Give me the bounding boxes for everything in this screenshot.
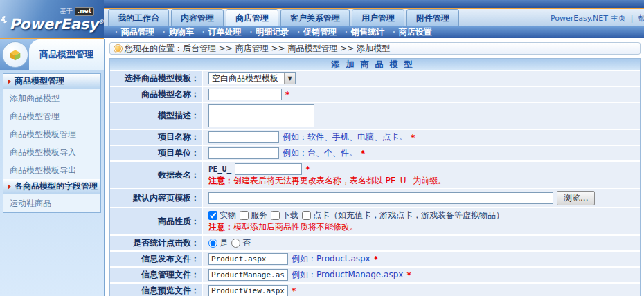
checkbox-service[interactable]: 服务 — [240, 210, 267, 221]
download-checkbox[interactable] — [271, 211, 280, 220]
add-product-model-form: 添加商品模型 选择商品模型模板： 空白商品模型模板 ▼ 商品模型名称： * — [109, 58, 641, 296]
physical-checkbox[interactable] — [208, 211, 217, 220]
table-prefix-label: PE_U_ — [208, 165, 231, 174]
content-template-input[interactable] — [208, 192, 553, 204]
required-asterisk: * — [374, 255, 378, 264]
shop-subnav: ·商品管理 ·购物车 ·订单处理 ·明细记录 ·促销管理 ·销售统计 ·商店设置 — [104, 26, 644, 38]
required-asterisk: * — [305, 165, 310, 174]
row-item-unit: 项目单位： 例如：台、个、件。 * — [110, 146, 640, 162]
sidebar-section-field-management: 各商品模型的字段管理 — [3, 179, 100, 194]
red-arrow-icon — [8, 79, 11, 84]
hint-text: 例如：ProductManage.aspx — [292, 269, 403, 281]
row-model-name: 商品模型名称： * — [110, 87, 640, 103]
field-label: 项目名称： — [110, 130, 203, 145]
row-item-name: 项目名称： 例如：软件、手机、电脑、点卡。 * — [110, 130, 640, 146]
row-count-clicks: 是否统计点击数： 是 否 — [110, 236, 640, 252]
tab-my-workbench[interactable]: 我的工作台 — [108, 9, 169, 26]
location-dot-icon — [115, 46, 121, 52]
hint-text: 例如：Product.aspx — [292, 253, 370, 265]
red-arrow-icon — [8, 184, 11, 189]
sidebar-item-model-template-management[interactable]: 商品模型模板管理 — [3, 125, 100, 143]
checkbox-download[interactable]: 下载 — [271, 210, 298, 221]
sidebar-item-model-template-import[interactable]: 商品模型模板导入 — [3, 143, 100, 161]
publish-file-input[interactable] — [208, 253, 288, 265]
model-name-input[interactable] — [208, 89, 282, 100]
field-label: 是否统计点击数： — [110, 236, 203, 250]
row-publish-file: 信息发布文件： 例如：Product.aspx * — [110, 252, 640, 268]
field-label: 信息预览文件： — [110, 284, 203, 296]
checkbox-point-card[interactable]: 点卡（如充值卡，游戏点卡，游戏装备等虚拟物品） — [302, 210, 504, 221]
home-help-links[interactable]: PowerEasy.NET 主页 ｜ 帮助 — [551, 13, 644, 24]
form-title: 添加商品模型 — [110, 59, 640, 71]
item-name-input[interactable] — [208, 131, 279, 143]
no-radio[interactable] — [231, 239, 240, 248]
dotnet-badge: .net — [75, 7, 94, 16]
subnav-product-management[interactable]: ·商品管理 — [111, 26, 159, 38]
field-label: 信息发布文件： — [110, 252, 203, 266]
manage-file-input[interactable] — [208, 269, 288, 281]
sidebar-item-sports-shoes-product[interactable]: 运动鞋商品 — [3, 194, 100, 212]
product-model-box-icon — [8, 47, 23, 62]
bullet-icon: · — [393, 28, 395, 36]
field-label: 模型描述： — [110, 103, 203, 129]
product-nature-note: 注意：模型添加后商品性质将不能修改。 — [208, 221, 637, 233]
subnav-shop-settings[interactable]: ·商店设置 — [388, 26, 436, 38]
sidebar-item-add-product-model[interactable]: 添加商品模型 — [3, 89, 100, 107]
table-name-input[interactable] — [235, 163, 302, 175]
sidebar-item-model-template-export[interactable]: 商品模型模板导出 — [3, 161, 100, 179]
sidebar: 商品模型管理 商品模型管理 添加商品模型 商品模型管理 商品模型模板管理 商品模… — [0, 39, 105, 296]
tab-attachment-management[interactable]: 附件管理 — [406, 9, 459, 26]
based-on-label: 基于 — [60, 8, 73, 15]
hint-text: 例如：软件、手机、电脑、点卡。 — [283, 131, 407, 143]
required-asterisk: * — [361, 149, 365, 158]
table-name-note: 注意：创建表后将无法再更改表名称，表名都以 PE_U_ 为前缀。 — [208, 175, 637, 187]
main-content: 您现在的位置：后台管理 >> 商店管理 >> 商品模型管理 >> 添加模型 添加… — [105, 39, 644, 296]
subnav-sales-statistics[interactable]: ·销售统计 — [341, 26, 388, 38]
model-description-textarea[interactable] — [208, 104, 314, 127]
poweréasy-flower-icon — [1, 2, 8, 37]
top-strip — [104, 0, 644, 9]
row-model-description: 模型描述： — [110, 103, 640, 130]
sidebar-menu: 商品模型管理 添加商品模型 商品模型管理 商品模型模板管理 商品模型模板导入 商… — [3, 73, 101, 213]
header: 基于 .net PowerEasy® 我的工作台 内容管理 商店管理 客户关系管… — [0, 0, 644, 39]
yes-radio[interactable] — [208, 239, 217, 248]
preview-file-input[interactable] — [208, 285, 288, 296]
checkbox-physical[interactable]: 实物 — [208, 210, 236, 221]
subnav-detail-records[interactable]: ·明细记录 — [245, 26, 293, 38]
subnav-order-processing[interactable]: ·订单处理 — [198, 26, 246, 38]
bullet-icon: · — [163, 28, 166, 36]
model-template-select[interactable]: 空白商品模型模板 ▼ — [208, 72, 296, 84]
subnav-shopping-cart[interactable]: ·购物车 — [159, 26, 198, 38]
radio-no[interactable]: 否 — [231, 237, 251, 249]
row-model-template: 选择商品模型模板： 空白商品模型模板 ▼ — [110, 71, 640, 87]
service-checkbox[interactable] — [240, 211, 249, 220]
sidebar-badge — [2, 41, 28, 68]
sidebar-section-model-management: 商品模型管理 — [3, 74, 100, 89]
breadcrumb: 您现在的位置：后台管理 >> 商店管理 >> 商品模型管理 >> 添加模型 — [109, 42, 641, 55]
breadcrumb-text: 您现在的位置：后台管理 >> 商店管理 >> 商品模型管理 >> 添加模型 — [125, 43, 390, 55]
tab-customer-relations[interactable]: 客户关系管理 — [280, 9, 350, 26]
browse-button[interactable]: 浏览... — [557, 191, 595, 205]
hint-text: 例如：台、个、件。 — [283, 147, 357, 159]
bullet-icon: · — [115, 28, 118, 36]
field-label: 选择商品模型模板： — [110, 71, 203, 86]
item-unit-input[interactable] — [208, 147, 279, 159]
sidebar-title: 商品模型管理 — [29, 39, 104, 70]
sidebar-item-product-model-management[interactable]: 商品模型管理 — [3, 107, 100, 125]
field-label: 商品模型名称： — [110, 87, 203, 102]
radio-yes[interactable]: 是 — [208, 237, 228, 249]
main-nav: 我的工作台 内容管理 商店管理 客户关系管理 用户管理 附件管理 PowerEa… — [104, 9, 644, 26]
tab-shop-management[interactable]: 商店管理 — [226, 9, 278, 26]
tab-content-management[interactable]: 内容管理 — [171, 9, 224, 26]
field-label: 商品性质： — [110, 208, 203, 234]
required-asterisk: * — [411, 133, 415, 142]
bullet-icon: · — [249, 28, 252, 36]
brand-name: PowerEasy® — [9, 17, 104, 32]
subnav-promotion-management[interactable]: ·促销管理 — [293, 26, 341, 38]
row-manage-file: 信息管理文件： 例如：ProductManage.aspx * — [110, 268, 640, 284]
tab-user-management[interactable]: 用户管理 — [352, 9, 404, 26]
row-product-nature: 商品性质： 实物 服务 下载 点卡（如充值卡，游戏点卡，游戏装备等虚拟物品） 注… — [110, 208, 640, 236]
sidebar-header: 商品模型管理 — [0, 39, 104, 70]
point-card-checkbox[interactable] — [302, 211, 311, 220]
required-asterisk: * — [292, 286, 296, 296]
